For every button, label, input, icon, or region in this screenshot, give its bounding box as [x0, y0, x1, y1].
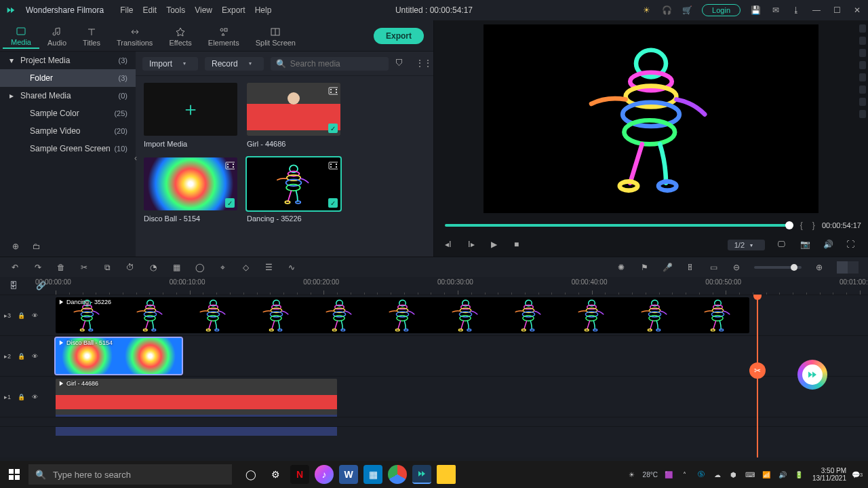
trello-icon[interactable]: ▦ — [363, 465, 382, 484]
keyboard-icon[interactable]: ⌨ — [745, 469, 755, 480]
notifications-icon[interactable]: 💬3 — [852, 469, 863, 480]
zoom-slider[interactable] — [754, 266, 802, 269]
tab-audio[interactable]: Audio — [39, 24, 75, 48]
fullscreen-icon[interactable]: ⛶ — [846, 240, 857, 250]
undo-icon[interactable]: ↶ — [9, 262, 20, 273]
lock-icon[interactable]: 🔒 — [18, 312, 25, 319]
thumb-girl[interactable]: ✓ Girl - 44686 — [247, 83, 340, 148]
speed-icon[interactable]: ⏱ — [125, 262, 136, 273]
taskbar-search[interactable]: 🔍Type here to search — [28, 464, 232, 485]
record-dropdown[interactable]: Record▾ — [205, 57, 264, 71]
preview-quality-icon[interactable]: 🖵 — [777, 240, 788, 250]
marker-icon[interactable]: ⚑ — [639, 262, 650, 273]
render-icon[interactable]: ◯ — [194, 262, 205, 273]
time-ruler[interactable]: 00:00:00:0000:00:10:0000:00:20:0000:00:3… — [56, 277, 868, 295]
filter-icon[interactable]: ⛉ — [395, 58, 406, 69]
adjust-icon[interactable]: ☰ — [263, 262, 274, 273]
search-input[interactable] — [290, 59, 383, 69]
search-media[interactable]: 🔍 — [271, 57, 389, 71]
menu-file[interactable]: File — [120, 5, 133, 15]
login-button[interactable]: Login — [702, 4, 741, 16]
sidebar-collapse-icon[interactable]: ‹ — [134, 153, 137, 163]
visibility-icon[interactable]: 👁 — [32, 312, 38, 319]
sidebar-item-project-media[interactable]: ▾Project Media(3) — [0, 52, 136, 69]
download-icon[interactable]: ⭳ — [791, 5, 802, 16]
greenscreen-icon[interactable]: ▦ — [171, 262, 182, 273]
layout-icon[interactable]: ▭ — [708, 262, 719, 273]
window-minimize-icon[interactable]: — — [811, 5, 822, 16]
mixer-icon[interactable]: 🎚 — [685, 262, 696, 273]
lock-icon[interactable]: 🔒 — [18, 353, 25, 360]
menu-help[interactable]: Help — [255, 5, 272, 15]
weather-icon[interactable]: ☀ — [627, 469, 637, 480]
prev-frame-icon[interactable]: ◂Ⅰ — [445, 240, 456, 250]
tab-transitions[interactable]: Transitions — [108, 24, 161, 48]
skype-icon[interactable]: Ⓢ — [696, 469, 707, 480]
word-icon[interactable]: W — [339, 465, 358, 484]
support-icon[interactable]: 🎧 — [661, 5, 672, 16]
grid-view-icon[interactable]: ⋮⋮ — [416, 58, 427, 69]
redo-icon[interactable]: ↷ — [33, 262, 43, 273]
playhead[interactable]: ✂ — [757, 295, 758, 457]
menu-export[interactable]: Export — [222, 5, 245, 15]
timeline-view-toggle[interactable] — [837, 261, 859, 274]
itunes-icon[interactable]: ♪ — [315, 465, 334, 484]
thumb-dancing[interactable]: ✓ Dancing - 35226 — [247, 157, 340, 223]
sidebar-item-sample-video[interactable]: Sample Video(20) — [0, 122, 136, 140]
theme-toggle-icon[interactable]: ☀ — [641, 5, 652, 16]
tab-media[interactable]: Media — [3, 23, 39, 49]
voiceover-icon[interactable]: 🎤 — [662, 262, 673, 273]
filmora-taskbar-icon[interactable] — [412, 465, 431, 484]
import-dropdown[interactable]: Import▾ — [142, 57, 198, 71]
thumb-disco[interactable]: ✓ Disco Ball - 5154 — [144, 157, 237, 223]
menu-tools[interactable]: Tools — [166, 5, 185, 15]
volume-icon[interactable]: 🔊 — [823, 240, 834, 250]
tray-app1-icon[interactable]: 🟪 — [663, 469, 674, 480]
preview-viewport[interactable] — [484, 24, 818, 213]
mark-icon[interactable]: ⌖ — [217, 262, 228, 273]
taskbar-clock[interactable]: 3:50 PM13/11/2021 — [812, 467, 846, 482]
wifi-icon[interactable]: 📶 — [761, 469, 772, 480]
preview-scale-dropdown[interactable]: 1/2▾ — [728, 240, 765, 250]
sidebar-item-folder[interactable]: Folder(3) — [0, 69, 136, 87]
play-icon[interactable]: ▶ — [491, 240, 502, 250]
battery-icon[interactable]: 🔋 — [793, 469, 804, 480]
color-icon[interactable]: ◔ — [148, 262, 159, 273]
clip[interactable]: Dancing - 35226 — [56, 297, 749, 333]
audio-clip[interactable] — [56, 427, 337, 436]
visibility-icon[interactable]: 👁 — [32, 353, 38, 360]
playback-scrubber[interactable] — [445, 224, 793, 227]
sidebar-item-shared-media[interactable]: ▸Shared Media(0) — [0, 87, 136, 105]
crop-icon[interactable]: ⧉ — [102, 262, 113, 273]
split-icon[interactable]: ✂ — [79, 262, 90, 273]
audio-adjust-icon[interactable]: ∿ — [286, 262, 297, 273]
clip[interactable]: Girl - 44686 — [56, 379, 337, 415]
assistant-fab[interactable] — [797, 360, 827, 390]
tab-effects[interactable]: Effects — [161, 24, 199, 48]
chrome-icon[interactable] — [388, 465, 407, 484]
tab-elements[interactable]: Elements — [200, 24, 248, 48]
snapshot-icon[interactable]: 📷 — [800, 240, 811, 250]
sidebar-item-sample-color[interactable]: Sample Color(25) — [0, 105, 136, 122]
explorer-icon[interactable] — [437, 465, 456, 484]
sidebar-item-sample-green[interactable]: Sample Green Screen(10) — [0, 140, 136, 157]
window-maximize-icon[interactable]: ☐ — [831, 5, 842, 16]
netflix-icon[interactable]: N — [290, 465, 309, 484]
scrubber-handle[interactable] — [785, 221, 793, 229]
menu-view[interactable]: View — [195, 5, 212, 15]
tab-titles[interactable]: Titles — [75, 24, 108, 48]
delete-icon[interactable]: 🗑 — [56, 262, 66, 273]
new-folder-icon[interactable]: 🗀 — [33, 242, 41, 251]
auto-icon[interactable]: ✺ — [616, 262, 627, 273]
manage-tracks-icon[interactable]: 🗄 — [9, 281, 18, 290]
playhead-split-icon[interactable]: ✂ — [749, 362, 766, 379]
onedrive-icon[interactable]: ☁ — [712, 469, 723, 480]
new-bin-icon[interactable]: ⊕ — [12, 242, 19, 251]
cart-icon[interactable]: 🛒 — [682, 5, 692, 16]
export-button[interactable]: Export — [374, 28, 424, 44]
keyframe-icon[interactable]: ◇ — [240, 262, 251, 273]
lock-icon[interactable]: 🔒 — [18, 394, 25, 400]
tray-app2-icon[interactable]: ⬢ — [728, 469, 739, 480]
save-icon[interactable]: 💾 — [750, 5, 761, 16]
mail-icon[interactable]: ✉ — [770, 5, 781, 16]
